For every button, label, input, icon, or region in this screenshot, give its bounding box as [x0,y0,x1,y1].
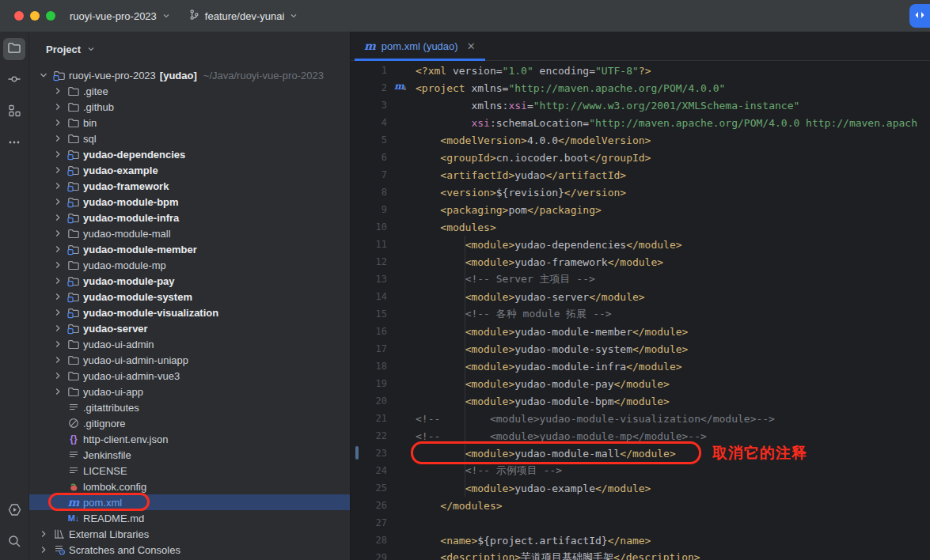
code-line-22[interactable]: 22<!-- <module>yudao-module-mp</module>-… [351,427,930,445]
chevron-right-icon[interactable] [50,370,66,381]
tree-item-gitignore[interactable]: .gitignore [29,415,350,431]
tree-item-ruoyi-vue-pro-2023[interactable]: ruoyi-vue-pro-2023[yudao]~/Java/ruoyi-vu… [29,67,350,83]
code-line-14[interactable]: 14 <module>yudao-server</module> [351,288,930,305]
more-tool-button[interactable] [3,133,25,155]
tree-item-sql[interactable]: sql [29,131,350,146]
titlebar-action-button[interactable] [909,4,930,28]
chevron-right-icon[interactable] [50,323,66,334]
tree-item-yudao-module-pay[interactable]: yudao-module-pay [29,273,350,289]
tree-item-yudao-module-infra[interactable]: yudao-module-infra [29,210,350,225]
code-line-8[interactable]: 8 <version>${revision}</version> [351,184,930,201]
code-line-24[interactable]: 24 <!-- 示例项目 --> [351,462,930,479]
code-line-28[interactable]: 28 <name>${project.artifactId}</name> [351,532,930,549]
chevron-right-icon[interactable] [50,101,66,112]
chevron-right-icon[interactable] [36,528,51,539]
tree-item-yudao-ui-app[interactable]: yudao-ui-app [29,384,350,399]
minimize-button[interactable] [30,11,40,21]
code-line-13[interactable]: 13 <!-- Server 主项目 --> [351,271,930,288]
chevron-right-icon[interactable] [50,133,66,144]
code-line-5[interactable]: 5 <modelVersion>4.0.0</modelVersion> [351,131,930,149]
tree-item-yudao-module-mall[interactable]: yudao-module-mall [29,225,350,241]
chevron-right-icon[interactable] [36,544,51,555]
structure-tool-button[interactable] [3,101,25,123]
tree-item-yudao-ui-admin-vue3[interactable]: yudao-ui-admin-vue3 [29,368,350,384]
maven-sync-icon[interactable]: m↓ [387,79,416,96]
chevron-right-icon[interactable] [50,354,66,365]
code-line-27[interactable]: 27 [351,514,930,532]
code-line-21[interactable]: 21<!-- <module>yudao-module-visualizatio… [351,410,930,427]
tree-item-lombok-config[interactable]: lombok.config [29,479,350,494]
tree-item-external-libraries[interactable]: External Libraries [29,526,350,542]
code-line-2[interactable]: 2m↓<project xmlns="http://maven.apache.o… [351,79,930,96]
services-tool-button[interactable] [3,500,25,522]
search-tool-button[interactable] [3,532,25,554]
code-line-15[interactable]: 15 <!-- 各种 module 拓展 --> [351,305,930,323]
project-tool-button[interactable] [3,38,25,60]
chevron-right-icon[interactable] [50,339,66,350]
code-line-6[interactable]: 6 <groupId>cn.iocoder.boot</groupId> [351,149,930,166]
code-line-12[interactable]: 12 <module>yudao-framework</module> [351,253,930,271]
chevron-right-icon[interactable] [50,291,66,302]
code-line-16[interactable]: 16 <module>yudao-module-member</module> [351,323,930,340]
tree-item-yudao-ui-admin[interactable]: yudao-ui-admin [29,336,350,352]
tree-item-gitee[interactable]: .gitee [29,83,350,99]
chevron-right-icon[interactable] [50,117,66,128]
tree-item-yudao-server[interactable]: yudao-server [29,320,350,336]
project-widget[interactable]: ruoyi-vue-pro-2023 [70,10,171,22]
tree-item-license[interactable]: LICENSE [29,463,350,479]
tree-item-yudao-example[interactable]: yudao-example [29,162,350,178]
chevron-right-icon[interactable] [50,307,66,318]
tree-item-yudao-module-system[interactable]: yudao-module-system [29,289,350,305]
code-line-11[interactable]: 11 <module>yudao-dependencies</module> [351,236,930,253]
chevron-right-icon[interactable] [50,275,66,286]
code-line-23[interactable]: 23 <module>yudao-module-mall</module> [351,445,930,462]
chevron-right-icon[interactable] [50,259,66,271]
tab-pom-xml[interactable]: m pom.xml (yudao) ✕ [355,32,485,60]
code-line-9[interactable]: 9 <packaging>pom</packaging> [351,201,930,218]
chevron-right-icon[interactable] [50,244,66,255]
tree-item-scratches-and-consoles[interactable]: Scratches and Consoles [29,542,350,558]
tree-item-yudao-module-bpm[interactable]: yudao-module-bpm [29,194,350,210]
code-line-25[interactable]: 25 <module>yudao-example</module> [351,479,930,497]
chevron-right-icon[interactable] [50,149,66,160]
tree-item-http-client-env-json[interactable]: {}http-client.env.json [29,431,350,447]
close-icon[interactable]: ✕ [467,40,476,52]
tree-item-yudao-ui-admin-uniapp[interactable]: yudao-ui-admin-uniapp [29,352,350,368]
project-panel-header[interactable]: Project [29,32,350,67]
zoom-button[interactable] [46,11,55,21]
code-line-26[interactable]: 26 </modules> [351,497,930,514]
chevron-right-icon[interactable] [50,165,66,176]
tree-item-label: ruoyi-vue-pro-2023 [69,70,156,81]
code-line-7[interactable]: 7 <artifactId>yudao</artifactId> [351,166,930,184]
tree-item-yudao-module-member[interactable]: yudao-module-member [29,241,350,257]
branch-widget[interactable]: feature/dev-yunai [188,9,298,23]
code-line-19[interactable]: 19 <module>yudao-module-pay</module> [351,375,930,392]
tree-item-pom-xml[interactable]: mpom.xml [29,494,350,510]
chevron-right-icon[interactable] [50,180,66,191]
code-line-1[interactable]: 1<?xml version="1.0" encoding="UTF-8"?> [351,62,930,79]
chevron-down-icon[interactable] [36,70,51,81]
code-line-4[interactable]: 4 xsi:schemaLocation="http://maven.apach… [351,114,930,131]
chevron-right-icon[interactable] [50,386,66,397]
commit-tool-button[interactable] [3,70,25,92]
code-line-29[interactable]: 29 <description>芋道项目基础脚手架</description> [351,549,930,560]
chevron-right-icon[interactable] [50,85,66,96]
tree-item-github[interactable]: .github [29,99,350,115]
code-line-20[interactable]: 20 <module>yudao-module-bpm</module> [351,392,930,410]
tree-item-gitattributes[interactable]: .gitattributes [29,399,350,415]
chevron-right-icon[interactable] [50,212,66,223]
code-line-3[interactable]: 3 xmlns:xsi="http://www.w3.org/2001/XMLS… [351,96,930,114]
tree-item-readme-md[interactable]: M↓README.md [29,510,350,526]
tree-item-yudao-module-mp[interactable]: yudao-module-mp [29,257,350,273]
tree-item-yudao-dependencies[interactable]: yudao-dependencies [29,146,350,162]
close-button[interactable] [14,11,24,21]
tree-item-bin[interactable]: bin [29,115,350,131]
code-line-18[interactable]: 18 <module>yudao-module-infra</module> [351,358,930,375]
chevron-right-icon[interactable] [50,196,66,207]
tree-item-yudao-framework[interactable]: yudao-framework [29,178,350,194]
code-line-10[interactable]: 10 <modules> [351,218,930,236]
code-line-17[interactable]: 17 <module>yudao-module-system</module> [351,340,930,358]
tree-item-yudao-module-visualization[interactable]: yudao-module-visualization [29,305,350,320]
tree-item-jenkinsfile[interactable]: Jenkinsfile [29,447,350,463]
chevron-right-icon[interactable] [50,228,66,239]
